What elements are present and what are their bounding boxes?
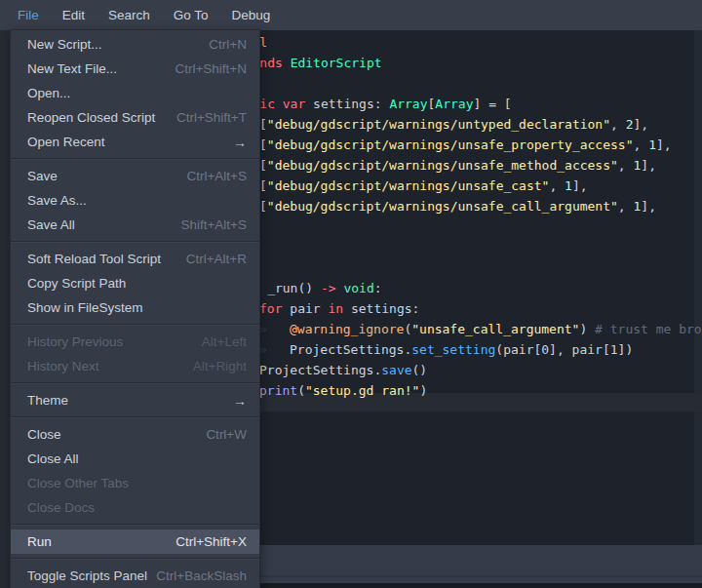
menu-item-label: Close All xyxy=(27,451,247,466)
code-line: »["debug/gdscript/warnings/unsafe_proper… xyxy=(229,135,702,155)
menubar-item-label: File xyxy=(18,8,39,22)
menu-item-shortcut: Ctrl+Shift+N xyxy=(175,61,247,76)
menu-item-shortcut: Ctrl+W xyxy=(206,427,247,442)
editor-left-edge xyxy=(0,30,10,588)
file-menu-dropdown: New Script... Ctrl+N New Text File... Ct… xyxy=(10,29,260,588)
menu-item-label: Save All xyxy=(27,217,180,232)
menu-item-label: Save xyxy=(27,169,186,183)
code-line: »for pair in settings: xyxy=(229,298,702,319)
menu-item-save-as[interactable]: Save As... xyxy=(11,188,259,213)
submenu-arrow-icon: → xyxy=(233,135,247,150)
menubar-item-debug[interactable]: Debug xyxy=(220,0,283,30)
menu-separator xyxy=(11,412,259,422)
menu-item-label: Open... xyxy=(27,86,247,100)
code-line xyxy=(229,257,702,278)
tab-indent-marker: » xyxy=(259,339,290,360)
menu-item-copy-script-path[interactable]: Copy Script Path xyxy=(11,271,259,295)
code-line: »ProjectSettings.save() xyxy=(229,360,702,380)
menu-item-reopen-closed-script[interactable]: Reopen Closed Script Ctrl+Shift+T xyxy=(11,105,259,130)
menu-item-label: History Next xyxy=(27,359,193,373)
menubar-item-file[interactable]: File xyxy=(6,0,51,30)
menubar-item-label: Edit xyxy=(62,8,85,22)
menu-item-theme[interactable]: Theme → xyxy=(11,388,259,412)
menu-item-shortcut: Alt+Right xyxy=(193,359,247,373)
menu-item-label: Toggle Scripts Panel xyxy=(27,568,156,583)
menu-item-close-docs[interactable]: Close Docs xyxy=(11,495,259,520)
menu-separator xyxy=(11,554,259,564)
menu-item-close[interactable]: Close Ctrl+W xyxy=(11,422,259,447)
menubar-item-label: Debug xyxy=(232,8,271,22)
menu-item-run[interactable]: Run Ctrl+Shift+X xyxy=(11,529,259,554)
menu-item-label: Save As... xyxy=(27,193,247,208)
menu-item-label: Open Recent xyxy=(27,135,233,149)
menu-item-shortcut: Ctrl+Shift+X xyxy=(176,534,247,549)
menu-item-label: History Previous xyxy=(27,334,202,349)
tab-indent-marker: » xyxy=(259,319,290,339)
menu-item-shortcut: Ctrl+N xyxy=(209,37,247,52)
menu-item-shortcut: Shift+Alt+S xyxy=(180,217,247,232)
menu-item-label: Close Other Tabs xyxy=(27,476,247,490)
menu-item-label: Show in FileSystem xyxy=(27,300,247,315)
menu-item-label: Reopen Closed Script xyxy=(27,110,176,125)
menu-item-shortcut: Ctrl+Alt+R xyxy=(186,252,247,266)
code-line: »["debug/gdscript/warnings/unsafe_call_a… xyxy=(229,196,702,216)
menu-item-label: Run xyxy=(27,534,176,549)
submenu-arrow-icon: → xyxy=(233,393,247,409)
code-line: »["debug/gdscript/warnings/unsafe_cast",… xyxy=(229,176,702,196)
menu-item-open[interactable]: Open... xyxy=(11,81,259,105)
code-line: @tool xyxy=(229,32,702,53)
menu-item-toggle-scripts-panel[interactable]: Toggle Scripts Panel Ctrl+BackSlash xyxy=(11,564,259,588)
code-line: »»ProjectSettings.set_setting(pair[0], p… xyxy=(229,339,702,360)
code-text-area[interactable]: @toolextends EditorScript static var set… xyxy=(229,32,702,401)
menu-separator xyxy=(11,320,259,330)
menu-item-shortcut: Ctrl+Shift+T xyxy=(176,110,247,125)
code-line: »»@warning_ignore("unsafe_call_argument"… xyxy=(229,319,702,339)
menubar-item-label: Search xyxy=(108,8,150,22)
code-line: extends EditorScript xyxy=(229,53,702,73)
menu-item-label: Theme xyxy=(27,393,233,408)
menu-item-shortcut: Ctrl+BackSlash xyxy=(156,568,247,583)
menu-item-close-all[interactable]: Close All xyxy=(11,447,259,471)
menu-item-history-previous[interactable]: History Previous Alt+Left xyxy=(11,330,259,354)
menu-item-label: Soft Reload Tool Script xyxy=(27,252,186,266)
menu-item-close-other-tabs[interactable]: Close Other Tabs xyxy=(11,471,259,495)
menu-item-save[interactable]: Save Ctrl+Alt+S xyxy=(11,164,259,188)
menu-item-show-in-filesystem[interactable]: Show in FileSystem xyxy=(11,295,259,320)
code-line: static var settings: Array[Array] = [ xyxy=(229,94,702,114)
menu-item-label: Close Docs xyxy=(27,500,247,515)
menubar-item-edit[interactable]: Edit xyxy=(51,0,97,30)
code-line: ] xyxy=(229,216,702,237)
menu-item-new-script[interactable]: New Script... Ctrl+N xyxy=(11,32,259,57)
menubar-item-label: Go To xyxy=(174,8,209,22)
code-line: »["debug/gdscript/warnings/unsafe_method… xyxy=(229,155,702,176)
menu-item-label: New Text File... xyxy=(27,61,175,76)
menu-separator xyxy=(11,378,259,388)
code-line: func _run() -> void: xyxy=(229,278,702,298)
menu-item-open-recent[interactable]: Open Recent → xyxy=(11,130,259,154)
menu-item-shortcut: Ctrl+Alt+S xyxy=(186,169,247,183)
menu-separator xyxy=(11,237,259,247)
menu-bar: File Edit Search Go To Debug xyxy=(0,0,702,30)
code-line xyxy=(229,237,702,257)
menu-item-history-next[interactable]: History Next Alt+Right xyxy=(11,354,259,378)
code-line: »["debug/gdscript/warnings/untyped_decla… xyxy=(229,114,702,135)
menu-item-label: Close xyxy=(27,427,206,442)
menubar-item-go-to[interactable]: Go To xyxy=(162,0,220,30)
menu-item-new-text-file[interactable]: New Text File... Ctrl+Shift+N xyxy=(11,57,259,81)
code-line xyxy=(229,73,702,94)
menu-separator xyxy=(11,520,259,529)
menu-separator xyxy=(11,154,259,164)
menu-item-label: New Script... xyxy=(27,37,209,52)
menu-item-shortcut: Alt+Left xyxy=(202,334,247,349)
godot-script-editor-window: @toolextends EditorScript static var set… xyxy=(0,0,702,588)
menubar-item-search[interactable]: Search xyxy=(97,0,162,30)
menu-item-soft-reload-tool-script[interactable]: Soft Reload Tool Script Ctrl+Alt+R xyxy=(11,247,259,271)
menu-item-save-all[interactable]: Save All Shift+Alt+S xyxy=(11,213,259,237)
code-line: »print("setup.gd ran!") xyxy=(229,380,702,401)
menu-item-label: Copy Script Path xyxy=(27,276,247,291)
